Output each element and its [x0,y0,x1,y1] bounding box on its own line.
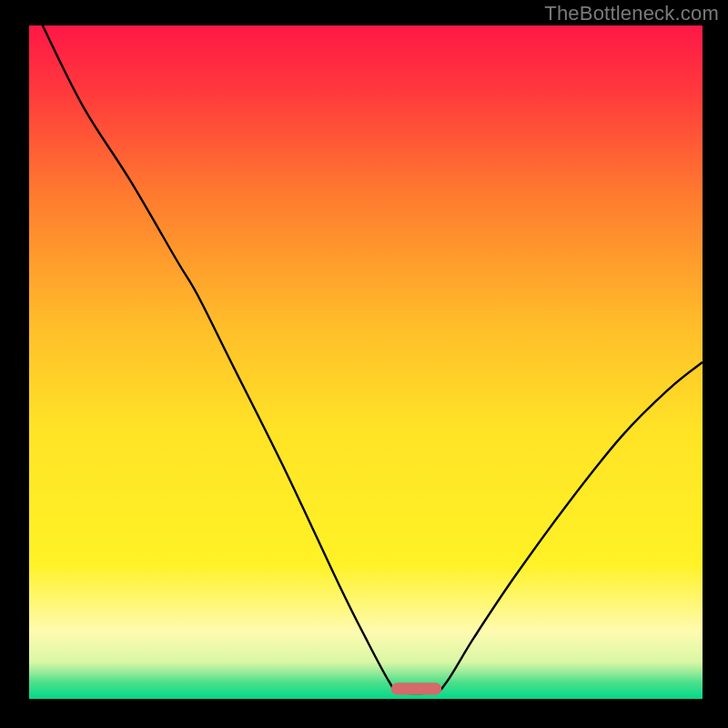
optimal-marker [391,682,442,694]
bottleneck-chart [29,25,703,699]
chart-frame: TheBottleneck.com [0,0,728,728]
attribution-text: TheBottleneck.com [544,2,719,25]
chart-background [29,25,703,699]
